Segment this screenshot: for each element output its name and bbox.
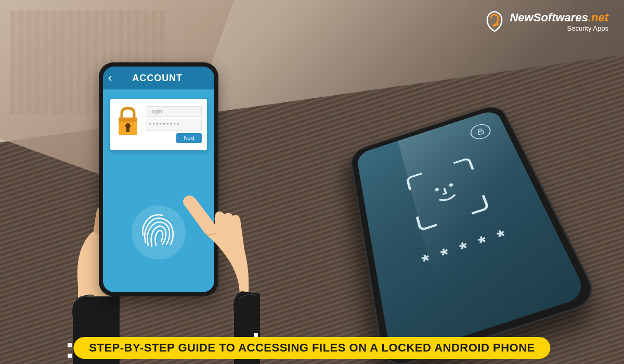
logo-icon xyxy=(484,10,505,32)
logo-text: NewSoftwares.net xyxy=(510,11,608,24)
brand-logo: NewSoftwares.net Security Apps xyxy=(484,10,608,32)
login-card: Login * * * * * * * * * Next xyxy=(110,99,207,150)
padlock-icon xyxy=(115,106,140,137)
svg-rect-3 xyxy=(68,343,72,347)
password-input[interactable]: * * * * * * * * * xyxy=(146,120,202,131)
phone-in-hands-illustration: ‹ ACCOUNT Login * * * * * * * * * xyxy=(73,42,281,364)
login-form: Login * * * * * * * * * Next xyxy=(146,106,202,143)
password-dots: ***** xyxy=(420,226,510,272)
app-header: ‹ ACCOUNT xyxy=(103,67,214,89)
svg-rect-10 xyxy=(254,333,258,337)
svg-point-2 xyxy=(450,184,452,186)
headline-banner: STEP-BY-STEP GUIDE TO ACCESSING FILES ON… xyxy=(73,337,550,359)
logo-tagline: Security Apps xyxy=(510,24,608,32)
pointing-hand xyxy=(166,156,270,364)
next-button[interactable]: Next xyxy=(176,133,202,143)
face-id-icon xyxy=(406,157,489,231)
svg-rect-4 xyxy=(68,354,72,358)
lock-icon xyxy=(468,122,493,141)
screen-title: ACCOUNT xyxy=(106,73,209,84)
login-input[interactable]: Login xyxy=(146,106,202,117)
svg-rect-6 xyxy=(119,118,137,122)
svg-point-1 xyxy=(436,188,438,190)
svg-rect-8 xyxy=(126,126,129,132)
